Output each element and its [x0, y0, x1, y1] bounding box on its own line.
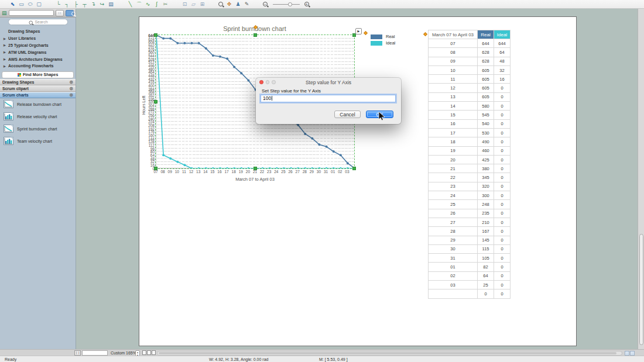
table-row[interactable]: 0962848 [429, 57, 511, 65]
zoom-slider[interactable] [273, 1, 300, 8]
table-row[interactable]: 311050 [429, 254, 511, 263]
pan-tool-icon[interactable]: ✥ [225, 1, 234, 8]
table-row[interactable]: 136050 [429, 92, 511, 101]
skew-tool-icon[interactable]: ▱ [189, 1, 198, 8]
zoom-in-icon[interactable]: + [303, 1, 311, 8]
table-control-point[interactable] [423, 32, 427, 36]
table-row[interactable]: 175300 [429, 128, 511, 137]
connector-tree-icon[interactable]: ├ [71, 1, 80, 8]
table-row[interactable]: 02640 [429, 271, 511, 280]
table-row[interactable]: 0862864 [429, 48, 511, 57]
connector-straight-icon[interactable]: └ [54, 1, 63, 8]
library-section-scrum-charts[interactable]: Scrum charts⊗ [0, 92, 76, 98]
pencil-tool-icon[interactable]: ✎ [242, 1, 251, 8]
dialog-close-button[interactable] [259, 80, 263, 84]
library-tree-item[interactable]: ▶ATM UML Diagrams [0, 49, 76, 56]
library-search-button[interactable] [66, 10, 74, 16]
disclosure-triangle-icon[interactable]: ▶ [4, 64, 8, 68]
cancel-button[interactable]: Cancel [334, 111, 361, 118]
stamp-tool-icon[interactable]: ♟ [234, 1, 242, 8]
library-tree-item[interactable]: ▶User Libraries [0, 35, 76, 42]
shape-item-release-burndown-chart[interactable]: Release burndown chart [0, 98, 76, 111]
table-row[interactable]: 213800 [429, 164, 511, 173]
table-row[interactable]: 243000 [429, 191, 511, 200]
library-section-scrum-clipart[interactable]: Scrum clipart⊗ [0, 85, 76, 92]
rounded-rectangle-tool-icon[interactable]: ▢ [35, 1, 43, 8]
disclosure-triangle-icon[interactable]: ▶ [4, 37, 8, 40]
library-tree-item[interactable]: Drawing Shapes [0, 28, 76, 35]
connector-smart-icon[interactable]: ↪ [98, 1, 107, 8]
table-row[interactable]: 00 [429, 289, 511, 298]
search-input[interactable]: Search [8, 19, 68, 25]
step-value-input[interactable]: 100 [261, 95, 396, 102]
close-section-icon[interactable]: ⊗ [69, 80, 73, 85]
table-row[interactable]: 03250 [429, 281, 511, 289]
library-tree-item[interactable]: ▶Accounting Flowcharts [0, 63, 76, 70]
shape-item-sprint-burndown-chart[interactable]: Sprint burndown chart [0, 123, 76, 135]
trim-tool-icon[interactable]: ✂ [161, 1, 170, 8]
zoom-stepper[interactable]: ▲▼ [135, 350, 140, 356]
connector-elbow-icon[interactable]: ┐ [63, 1, 71, 8]
table-row[interactable]: 223450 [429, 173, 511, 182]
table-row[interactable]: 272100 [429, 218, 511, 226]
library-title-field[interactable] [9, 10, 54, 16]
dialog-zoom-button[interactable] [272, 80, 276, 84]
zoom-tool-icon[interactable] [217, 1, 225, 8]
table-row[interactable]: 07644644 [429, 39, 511, 48]
reshape-tool-icon[interactable]: ⊡ [180, 1, 189, 8]
spline-tool-icon[interactable]: ∿ [143, 1, 152, 8]
table-row[interactable]: 155450 [429, 111, 511, 119]
table-row[interactable]: 281670 [429, 227, 511, 236]
zoom-out-icon[interactable]: − [262, 1, 269, 8]
table-row[interactable]: 233200 [429, 182, 511, 191]
scroll-right-button[interactable]: ∷ [630, 351, 635, 356]
dialog-minimize-button[interactable] [266, 80, 270, 84]
table-row[interactable]: 184900 [429, 137, 511, 146]
table-row[interactable]: 194600 [429, 146, 511, 155]
page-thumbnails[interactable] [142, 350, 156, 355]
find-more-shapes-button[interactable]: Find More Shapes [2, 71, 74, 78]
library-grid-view-button[interactable]: ∷ [56, 10, 64, 16]
horizontal-scrollbar[interactable] [157, 351, 622, 356]
horizontal-scrollbar-thumb[interactable] [159, 352, 616, 355]
table-row[interactable]: 165400 [429, 119, 511, 128]
library-tree-item[interactable]: ▶AWS Architecture Diagrams [0, 56, 76, 63]
arc-tool-icon[interactable]: ⌒ [135, 1, 143, 8]
connector-branch-icon[interactable]: ┬ [80, 1, 89, 8]
table-row[interactable]: 1160516 [429, 75, 511, 84]
rectangle-tool-icon[interactable]: ▭ [17, 1, 26, 8]
table-row[interactable]: 126050 [429, 84, 511, 92]
select-tool-icon[interactable]: ⬉ [8, 1, 17, 8]
group-tool-icon[interactable]: ⊞ [198, 1, 207, 8]
table-row[interactable]: 145800 [429, 102, 511, 111]
ellipse-tool-icon[interactable]: ⬭ [26, 1, 35, 8]
line-tool-icon[interactable]: ╲ [126, 1, 135, 8]
shape-item-release-velocity-chart[interactable]: Release velocity chart [0, 111, 76, 123]
document-tool-icon[interactable]: ▤ [107, 1, 115, 8]
close-section-icon[interactable]: ⊗ [69, 92, 73, 98]
smart-action-button[interactable]: ▶ [355, 28, 362, 35]
table-row[interactable]: 291450 [429, 236, 511, 244]
disclosure-triangle-icon[interactable]: ▶ [4, 57, 8, 61]
table-row[interactable]: 01820 [429, 263, 511, 271]
vertical-scrollbar-thumb[interactable] [639, 234, 643, 345]
library-tree-item[interactable]: ▶25 Typical Orgcharts [0, 42, 76, 49]
table-row[interactable]: 262350 [429, 209, 511, 218]
legend-control-point[interactable] [364, 31, 368, 35]
table-row[interactable]: 204250 [429, 155, 511, 164]
table-row[interactable]: 301150 [429, 244, 511, 253]
table-row[interactable]: 252480 [429, 200, 511, 209]
freehand-tool-icon[interactable]: ʃ [152, 1, 161, 8]
table-row[interactable]: 1060532 [429, 65, 511, 74]
library-section-drawing-shapes[interactable]: Drawing Shapes⊗ [0, 79, 76, 85]
close-section-icon[interactable]: ⊗ [69, 86, 73, 91]
pane-splitter-button[interactable]: ❘❘ [74, 350, 81, 356]
vertical-scrollbar[interactable] [638, 9, 644, 349]
disclosure-triangle-icon[interactable]: ▶ [4, 43, 8, 47]
page-name-field[interactable] [82, 350, 108, 356]
disclosure-triangle-icon[interactable]: ▶ [4, 50, 8, 54]
connector-curve-icon[interactable]: ↴ [89, 1, 98, 8]
shape-item-team-velocity-chart[interactable]: Team velocity chart [0, 135, 76, 147]
scroll-left-button[interactable]: ∷ [625, 351, 629, 356]
zoom-level[interactable]: Custom 165% [111, 351, 136, 355]
